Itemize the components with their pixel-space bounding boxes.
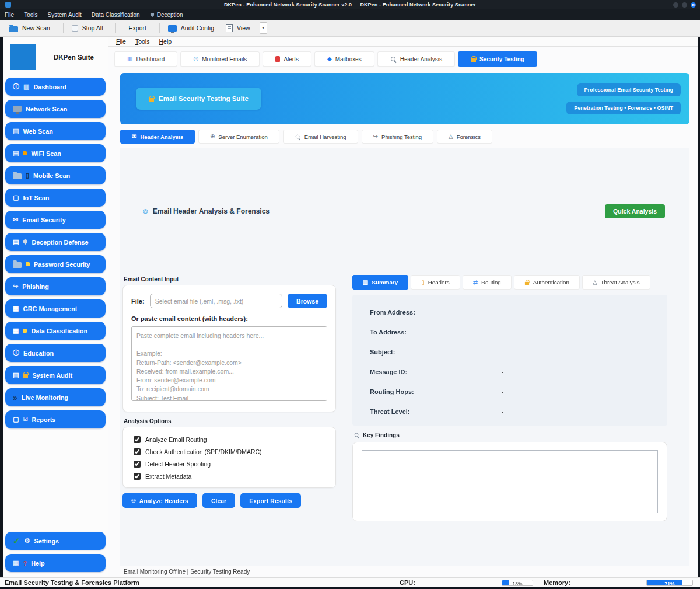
sidebar-item-dashboard[interactable]: Dashboard	[5, 78, 106, 96]
cpu-progressbar: 18%	[502, 580, 533, 586]
sidebar-item-label: Dashboard	[33, 83, 66, 90]
browse-button[interactable]: Browse	[288, 294, 327, 308]
subtab-email-harvesting[interactable]: Email Harvesting	[283, 130, 358, 144]
sidebar-item-mobile-scan[interactable]: Mobile Scan	[5, 166, 106, 184]
tab-alerts[interactable]: Alerts	[262, 51, 312, 67]
monitor-sun-icon	[193, 56, 198, 62]
summary-row-threat-level: Threat Level:-	[370, 408, 650, 415]
inner-menu-help[interactable]: Help	[159, 38, 172, 45]
tab-header-analysis[interactable]: Header Analysis	[377, 51, 455, 67]
option-extract-metadata[interactable]: Extract Metadata	[134, 473, 327, 480]
subtab-forensics[interactable]: Forensics	[437, 130, 492, 144]
headers-icon	[421, 280, 425, 285]
sidebar: DKPen Suite Dashboard Network Scan Web S…	[3, 37, 108, 577]
checkbox[interactable]	[134, 473, 141, 480]
menu-tools[interactable]: Tools	[24, 12, 37, 18]
lock-icon	[149, 98, 154, 102]
results-tab-threat-analysis[interactable]: Threat Analysis	[582, 275, 650, 290]
search-icon	[295, 134, 300, 139]
browser-icon	[13, 128, 19, 134]
alert-bell-icon	[275, 56, 280, 62]
sidebar-item-education[interactable]: Education	[5, 344, 106, 362]
toolbar-separator	[63, 23, 64, 33]
sidebar-item-phishing[interactable]: Phishing	[5, 277, 106, 295]
menu-deception[interactable]: Deception	[150, 12, 183, 18]
section-heading: Email Header Analysis & Forensics	[143, 207, 270, 215]
results-tab-routing[interactable]: Routing	[463, 275, 512, 290]
subtab-server-enumeration[interactable]: Server Enumeration	[198, 130, 279, 144]
results-tab-authentication[interactable]: Authentication	[514, 275, 580, 290]
email-content-textarea[interactable]	[131, 326, 327, 401]
results-tab-headers[interactable]: Headers	[411, 275, 460, 290]
banner-badge-professional: Professional Email Security Testing	[577, 83, 681, 96]
inner-menu-tools[interactable]: Tools	[135, 38, 150, 45]
subtab-phishing-testing[interactable]: Phishing Testing	[362, 130, 433, 144]
app-window: DKPen - Enhanced Network Security Scanne…	[0, 0, 700, 589]
new-scan-button[interactable]: New Scan	[6, 25, 58, 32]
analysis-options-title: Analysis Options	[124, 418, 336, 424]
inner-menu-file[interactable]: File	[116, 38, 126, 45]
list-icon	[13, 239, 19, 245]
subtab-header-analysis[interactable]: Header Analysis	[120, 130, 195, 144]
sidebar-item-email-security[interactable]: Email Security	[5, 211, 106, 229]
audit-config-button[interactable]: Audit Config	[164, 25, 222, 32]
sidebar-item-iot-scan[interactable]: IoT Scan	[5, 189, 106, 207]
sidebar-item-deception-defense[interactable]: Deception Defense	[5, 233, 106, 251]
sidebar-item-grc-management[interactable]: GRC Management	[5, 299, 106, 318]
menu-file[interactable]: File	[5, 12, 14, 18]
sidebar-item-label: Web Scan	[23, 128, 52, 135]
browser-icon	[13, 150, 19, 156]
checkbox[interactable]	[134, 461, 141, 468]
analysis-icon	[143, 208, 148, 214]
sidebar-item-network-scan[interactable]: Network Scan	[5, 100, 106, 118]
grid-icon	[13, 305, 19, 312]
summary-value: -	[502, 388, 504, 395]
tab-security-testing[interactable]: Security Testing	[458, 51, 537, 67]
quick-analysis-button[interactable]: Quick Analysis	[605, 204, 665, 218]
sidebar-item-help[interactable]: ? Help	[5, 554, 106, 572]
sidebar-item-wifi-scan[interactable]: WiFi Scan	[5, 144, 106, 162]
checkbox[interactable]	[134, 436, 141, 443]
sidebar-item-system-audit[interactable]: System Audit	[5, 366, 106, 384]
checkbox[interactable]	[134, 448, 141, 455]
sidebar-item-settings[interactable]: Settings	[5, 532, 106, 550]
tab-monitored-emails[interactable]: Monitored Emails	[180, 51, 260, 67]
section-hero: Email Header Analysis & Forensics Quick …	[120, 148, 690, 275]
clear-button[interactable]: Clear	[202, 493, 235, 508]
maximize-button[interactable]	[682, 2, 687, 8]
help-box-icon	[13, 560, 19, 566]
minimize-button[interactable]	[673, 2, 678, 8]
summary-panel: From Address:- To Address:- Subject:- Me…	[352, 295, 667, 426]
sidebar-item-data-classification[interactable]: Data Classification	[5, 322, 106, 340]
sidebar-item-password-security[interactable]: Password Security	[5, 255, 106, 273]
stop-all-button[interactable]: Stop All	[68, 25, 111, 32]
sidebar-item-label: WiFi Scan	[31, 150, 61, 157]
key-findings-card	[352, 442, 667, 521]
security-subtabs: Header Analysis Server Enumeration Email…	[120, 130, 690, 144]
results-tab-summary[interactable]: Summary	[352, 275, 408, 290]
option-check-authentication[interactable]: Check Authentication (SPF/DKIM/DMARC)	[134, 448, 327, 455]
cpu-value: 18%	[502, 581, 533, 586]
question-icon: ?	[23, 560, 27, 567]
paste-label: Or paste email content (with headers):	[131, 315, 327, 322]
view-dropdown-arrow[interactable]: ▾	[260, 22, 267, 34]
menu-system-audit[interactable]: System Audit	[47, 12, 81, 18]
view-button[interactable]: View	[222, 24, 258, 32]
email-file-input[interactable]	[150, 294, 282, 308]
sidebar-item-label: Mobile Scan	[33, 172, 70, 179]
classification-icon	[23, 329, 27, 333]
analyze-headers-button[interactable]: Analyze Headers	[123, 493, 197, 508]
sidebar-item-reports[interactable]: Reports	[5, 410, 106, 428]
mailbox-icon	[327, 56, 332, 62]
menu-data-classification[interactable]: Data Classification	[92, 12, 140, 18]
header-analysis-panel: Email Header Analysis & Forensics Quick …	[120, 148, 690, 577]
option-detect-spoofing[interactable]: Detect Header Spoofing	[134, 461, 327, 468]
tab-dashboard[interactable]: Dashboard	[114, 51, 177, 67]
sidebar-item-web-scan[interactable]: Web Scan	[5, 122, 106, 140]
tab-mailboxes[interactable]: Mailboxes	[314, 51, 374, 67]
close-button[interactable]: ✕	[691, 2, 696, 8]
option-analyze-routing[interactable]: Analyze Email Routing	[134, 436, 327, 443]
sidebar-item-live-monitoring[interactable]: Live Monitoring	[5, 388, 106, 406]
export-results-button[interactable]: Export Results	[240, 493, 301, 508]
export-button[interactable]: Export	[121, 25, 154, 32]
